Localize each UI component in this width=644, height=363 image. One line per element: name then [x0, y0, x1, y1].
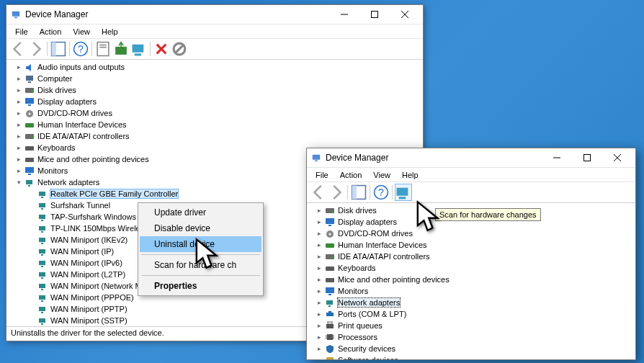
scan-hardware-button[interactable] — [130, 40, 148, 58]
tree-item[interactable]: ▸Computer — [8, 73, 423, 84]
chevron-right-icon[interactable]: ▸ — [314, 241, 324, 248]
update-driver-button[interactable] — [112, 40, 130, 58]
chevron-right-icon[interactable]: ▸ — [314, 299, 324, 306]
mon-icon — [24, 97, 35, 107]
tree-item[interactable]: ▸Ports (COM & LPT) — [308, 308, 635, 320]
menu-view[interactable]: View — [67, 26, 96, 37]
svg-rect-62 — [397, 188, 408, 196]
chevron-right-icon[interactable]: ▸ — [14, 156, 24, 163]
nav-back-button[interactable] — [310, 184, 327, 201]
chevron-right-icon[interactable]: ▸ — [314, 287, 324, 295]
device-tree[interactable]: ▸Disk drives▸Display adapters▸DVD/CD-ROM… — [307, 203, 635, 359]
minimize-button[interactable] — [329, 6, 359, 22]
minimize-button[interactable] — [542, 150, 572, 166]
chevron-right-icon[interactable]: ▸ — [14, 144, 24, 151]
menu-file[interactable]: File — [310, 169, 334, 181]
tree-item[interactable]: ▸Human Interface Devices — [8, 119, 423, 130]
properties-button[interactable] — [94, 40, 112, 58]
chevron-right-icon[interactable]: ▸ — [314, 276, 324, 283]
net-icon — [324, 297, 336, 308]
tree-item[interactable]: ▸Human Interface Devices — [308, 239, 635, 251]
tree-item-label: TP-LINK 150Mbps Wireles — [50, 224, 144, 233]
tree-item[interactable]: ▸Network adapters — [308, 297, 635, 308]
disable-button[interactable] — [171, 40, 188, 58]
maximize-button[interactable] — [572, 150, 602, 166]
chip-icon — [324, 332, 336, 342]
menu-action[interactable]: Action — [334, 169, 368, 181]
tree-item-label: Software devices — [338, 356, 398, 359]
tree-item[interactable]: ▸Print queues — [308, 320, 635, 331]
titlebar[interactable]: Device Manager — [307, 148, 635, 167]
chevron-right-icon[interactable]: ▸ — [14, 63, 24, 71]
chevron-down-icon[interactable]: ▾ — [14, 179, 24, 186]
menu-file[interactable]: File — [9, 26, 34, 37]
tree-item[interactable]: ▸IDE ATA/ATAPI controllers — [8, 130, 423, 142]
chevron-right-icon[interactable]: ▸ — [314, 264, 324, 272]
close-button[interactable] — [390, 6, 420, 22]
svg-rect-74 — [326, 278, 334, 282]
svg-rect-19 — [28, 104, 31, 106]
menu-action[interactable]: Action — [34, 26, 68, 37]
context-menu-item[interactable]: Uninstall device — [140, 236, 261, 252]
chevron-right-icon[interactable]: ▸ — [14, 167, 24, 174]
chevron-right-icon[interactable]: ▸ — [14, 75, 24, 82]
nav-back-button[interactable] — [9, 40, 27, 58]
context-menu-item[interactable]: Scan for hardware ch — [140, 257, 261, 273]
chevron-right-icon[interactable]: ▸ — [314, 322, 324, 329]
context-menu-item[interactable]: Update driver — [140, 205, 261, 220]
titlebar[interactable]: Device Manager — [6, 5, 423, 24]
chevron-right-icon[interactable]: ▸ — [314, 230, 324, 237]
chevron-right-icon[interactable]: ▸ — [314, 253, 324, 260]
chevron-right-icon[interactable]: ▸ — [314, 357, 324, 359]
help-button[interactable]: ? — [72, 40, 89, 58]
menu-help[interactable]: Help — [396, 169, 424, 181]
menu-help[interactable]: Help — [96, 26, 124, 37]
maximize-button[interactable] — [359, 6, 390, 22]
tree-item-label: Realtek PCIe GBE Family Controller — [50, 189, 178, 198]
svg-rect-40 — [41, 243, 43, 244]
tree-item[interactable]: ▸Keyboards — [308, 262, 635, 274]
chevron-right-icon[interactable]: ▸ — [314, 345, 324, 352]
chevron-right-icon[interactable]: ▸ — [314, 310, 324, 318]
uninstall-button[interactable] — [153, 40, 170, 58]
window-title: Device Manager — [25, 9, 329, 19]
tree-item[interactable]: ▸DVD/CD-ROM drives — [8, 107, 423, 119]
scan-hardware-button[interactable] — [395, 184, 412, 201]
close-button[interactable] — [602, 150, 632, 166]
svg-rect-50 — [41, 300, 43, 302]
snd-icon — [24, 62, 35, 72]
nav-forward-button[interactable] — [328, 184, 345, 201]
tree-item[interactable]: ▸Mice and other pointing devices — [308, 274, 635, 285]
tree-item[interactable]: ▸Monitors — [308, 285, 635, 297]
show-hide-tree-button[interactable] — [350, 184, 367, 201]
chevron-right-icon[interactable]: ▸ — [14, 121, 24, 128]
chevron-right-icon[interactable]: ▸ — [14, 98, 24, 105]
net-icon — [37, 281, 48, 291]
svg-rect-34 — [41, 208, 43, 210]
chevron-right-icon[interactable]: ▸ — [314, 218, 324, 225]
chevron-right-icon[interactable]: ▸ — [14, 133, 24, 140]
tree-item[interactable]: ▸DVD/CD-ROM drives — [308, 228, 635, 239]
menu-view[interactable]: View — [367, 169, 396, 181]
print-icon — [324, 321, 336, 331]
chevron-right-icon[interactable]: ▸ — [314, 207, 324, 214]
nav-forward-button[interactable] — [27, 40, 45, 58]
chevron-right-icon[interactable]: ▸ — [14, 86, 24, 94]
net-icon — [37, 258, 48, 268]
disc-icon — [324, 228, 336, 238]
help-button[interactable]: ? — [372, 184, 390, 201]
tree-item[interactable]: ▸Disk drives — [8, 84, 423, 96]
tree-item[interactable]: ▸IDE ATA/ATAPI controllers — [308, 251, 635, 262]
tree-item-label: Display adapters — [37, 97, 97, 106]
svg-rect-33 — [39, 203, 45, 207]
chevron-right-icon[interactable]: ▸ — [314, 333, 324, 341]
tree-item[interactable]: ▸Display adapters — [8, 96, 423, 107]
chevron-right-icon[interactable]: ▸ — [14, 109, 24, 117]
show-hide-tree-button[interactable] — [50, 40, 67, 58]
context-menu[interactable]: Update driverDisable deviceUninstall dev… — [138, 202, 264, 296]
context-menu-item[interactable]: Disable device — [140, 220, 261, 236]
context-menu-item[interactable]: Properties — [140, 278, 261, 294]
tree-item[interactable]: ▸Audio inputs and outputs — [8, 61, 423, 73]
svg-rect-81 — [326, 324, 334, 328]
svg-rect-22 — [25, 123, 34, 127]
